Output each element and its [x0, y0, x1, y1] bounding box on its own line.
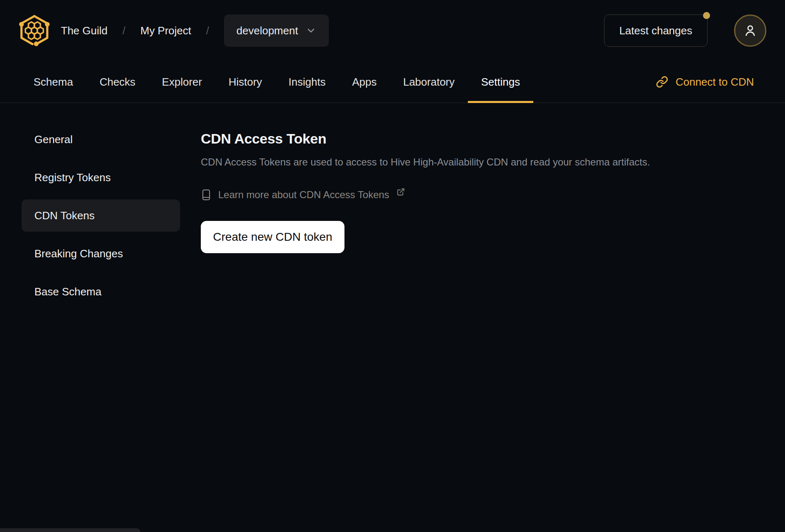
hive-logo-icon[interactable] [19, 14, 50, 47]
sidebar-item-registry-tokens[interactable]: Registry Tokens [22, 161, 180, 194]
breadcrumb-separator: / [206, 24, 209, 37]
learn-more-label: Learn more about CDN Access Tokens [218, 189, 389, 201]
settings-sidebar: General Registry Tokens CDN Tokens Break… [22, 103, 180, 308]
tab-explorer[interactable]: Explorer [149, 61, 215, 103]
latest-changes-label: Latest changes [619, 24, 692, 37]
connect-to-cdn-link[interactable]: Connect to CDN [656, 61, 754, 103]
latest-changes-button[interactable]: Latest changes [604, 14, 708, 47]
app-root: The Guild / My Project / development Lat… [0, 0, 785, 532]
header-right: Latest changes [604, 14, 766, 47]
breadcrumb-org-link[interactable]: The Guild [61, 24, 108, 37]
target-selector-dropdown[interactable]: development [224, 14, 329, 47]
sidebar-item-cdn-tokens[interactable]: CDN Tokens [22, 199, 180, 232]
sidebar-item-general[interactable]: General [22, 123, 180, 156]
breadcrumb-separator: / [123, 24, 125, 37]
learn-more-link[interactable]: Learn more about CDN Access Tokens [201, 189, 405, 201]
book-icon [201, 189, 212, 201]
breadcrumb-project-link[interactable]: My Project [140, 24, 191, 37]
main-panel: CDN Access Token CDN Access Tokens are u… [201, 103, 650, 253]
create-cdn-token-button[interactable]: Create new CDN token [201, 221, 344, 253]
tab-schema[interactable]: Schema [20, 61, 86, 103]
tab-checks[interactable]: Checks [86, 61, 149, 103]
tab-settings[interactable]: Settings [468, 61, 533, 103]
chevron-down-icon [306, 25, 316, 36]
link-icon [656, 76, 668, 88]
tab-laboratory[interactable]: Laboratory [390, 61, 468, 103]
tab-insights[interactable]: Insights [275, 61, 339, 103]
external-link-icon [397, 188, 405, 196]
settings-content: General Registry Tokens CDN Tokens Break… [0, 103, 785, 532]
sidebar-item-base-schema[interactable]: Base Schema [22, 276, 180, 308]
user-icon [742, 23, 758, 38]
page-description: CDN Access Tokens are used to access to … [201, 156, 650, 168]
sidebar-item-breaking-changes[interactable]: Breaking Changes [22, 237, 180, 270]
tab-history[interactable]: History [215, 61, 275, 103]
bottom-overlay-strip [0, 528, 140, 532]
tab-apps[interactable]: Apps [339, 61, 390, 103]
notification-dot [703, 12, 710, 19]
target-selector-value: development [236, 24, 298, 37]
user-menu-button[interactable] [734, 14, 766, 47]
header: The Guild / My Project / development Lat… [0, 0, 785, 61]
breadcrumb: The Guild / My Project / development [61, 14, 329, 47]
tab-bar: Schema Checks Explorer History Insights … [0, 61, 785, 103]
connect-to-cdn-label: Connect to CDN [676, 76, 754, 89]
page-title: CDN Access Token [201, 132, 650, 146]
